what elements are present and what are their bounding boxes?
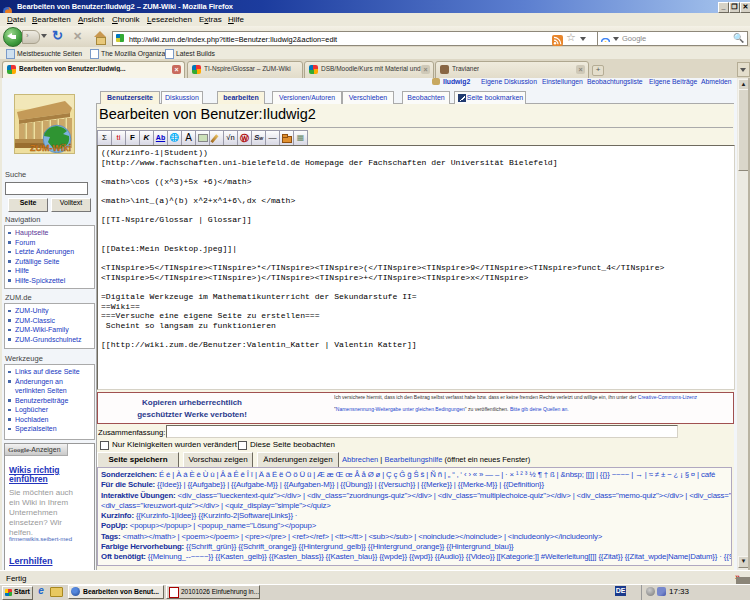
svg-text:ZUM-Wiki: ZUM-Wiki	[30, 143, 71, 153]
